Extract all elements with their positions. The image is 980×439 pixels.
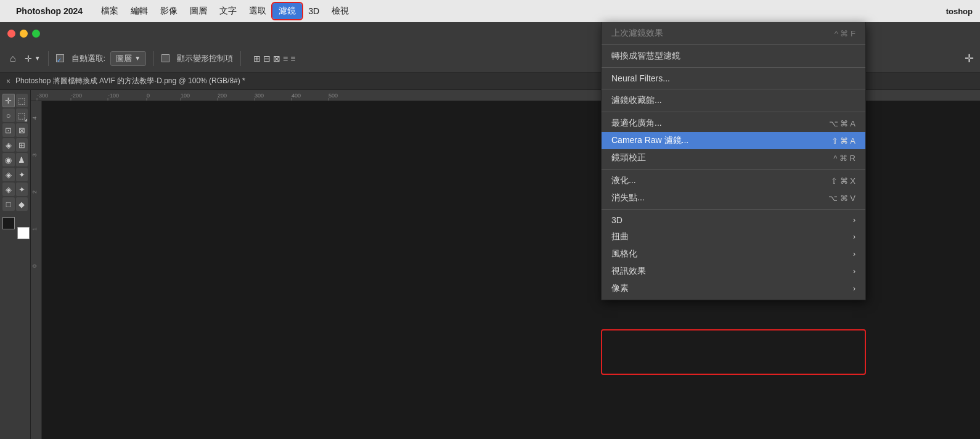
menu-bar: Photoshop 2024 檔案 編輯 影像 圖層 文字 選取 濾鏡 3D 檢… [0, 0, 980, 22]
camera-raw-label: Camera Raw 濾鏡... [611, 135, 688, 146]
separator-3 [240, 51, 241, 66]
home-button[interactable]: ⌂ [6, 51, 20, 67]
dropper2-tool-button[interactable]: ◆ [16, 197, 28, 211]
liquify-item[interactable]: 液化... ⇧ ⌘ X [602, 172, 865, 189]
neural-filters-item[interactable]: Neural Filters... [602, 70, 865, 86]
menu-item-image[interactable]: 影像 [154, 3, 184, 19]
video-submenu-item[interactable]: 視訊效果 › [602, 263, 865, 280]
traffic-light-green[interactable] [32, 30, 40, 38]
layer-dropdown[interactable]: 圖層 ▼ [110, 51, 146, 66]
gradient-tool-button[interactable]: ◈ [2, 183, 15, 196]
svg-text:2: 2 [31, 191, 38, 194]
tool-row-6: ◈ ✦ [2, 168, 28, 181]
menu-item-3d[interactable]: 3D [302, 4, 325, 18]
move-tool-button[interactable]: ✛ [2, 94, 15, 107]
document-tab-title[interactable]: Photoshop 將圖檔轉換成 AVIF 的方法教學-D.png @ 100%… [15, 76, 245, 86]
last-filter-label: 上次濾鏡效果 [611, 28, 663, 39]
3d-label: 3D [611, 215, 623, 225]
traffic-light-red[interactable] [7, 30, 15, 38]
align-middle-icon[interactable]: ≡ [290, 54, 295, 64]
tool-row-8: □ ◆ [2, 197, 28, 211]
svg-rect-19 [31, 101, 42, 439]
clone-stamp-tool-button[interactable]: ♟ [16, 153, 28, 166]
polygonal-lasso-tool-button[interactable]: ⬚ [16, 109, 28, 122]
svg-text:0: 0 [147, 92, 150, 99]
filter-dropdown-menu: 上次濾鏡效果 ^ ⌘ F 轉換成智慧型濾鏡 Neural Filters... … [601, 22, 866, 300]
tab-close-button[interactable]: × [6, 77, 10, 86]
align-top-icon[interactable]: ≡ [283, 54, 288, 64]
menu-item-filter[interactable]: 濾鏡 [272, 3, 302, 19]
eraser-tool-button[interactable]: ◈ [2, 168, 15, 181]
svg-text:400: 400 [292, 92, 301, 99]
blur-tool-button[interactable]: ✦ [16, 183, 28, 196]
crop-tool-button[interactable]: ⊡ [2, 123, 15, 137]
svg-text:500: 500 [329, 92, 338, 99]
vertical-ruler: 4 3 2 1 0 [31, 101, 42, 439]
align-buttons: ⊞ ⊟ ⊠ ≡ ≡ [253, 54, 295, 64]
pixel-label: 像素 [611, 283, 629, 294]
menu-item-type[interactable]: 文字 [213, 3, 243, 19]
filter-sep-3 [602, 89, 865, 89]
adaptive-wide-item[interactable]: 最適化廣角... ⌥ ⌘ A [602, 115, 865, 132]
filter-gallery-item[interactable]: 濾鏡收藏館... [602, 92, 865, 109]
align-center-icon[interactable]: ⊟ [263, 54, 271, 64]
foreground-background-colors [2, 217, 30, 239]
camera-raw-shortcut: ⇧ ⌘ A [831, 136, 855, 146]
camera-raw-item[interactable]: Camera Raw 濾鏡... ⇧ ⌘ A [602, 132, 865, 149]
filter-sep-2 [602, 67, 865, 68]
menu-item-file[interactable]: 檔案 [95, 3, 125, 19]
move-dropdown-arrow[interactable]: ▼ [35, 55, 41, 62]
menu-item-layer[interactable]: 圖層 [184, 3, 213, 19]
tool-row-1: ✛ ⬚ [2, 94, 28, 107]
lens-correction-shortcut: ^ ⌘ R [833, 154, 855, 163]
traffic-light-yellow[interactable] [20, 30, 28, 38]
foreground-color-swatch[interactable] [2, 217, 15, 229]
app-title: Photoshop 2024 [16, 6, 83, 16]
right-move-icon: ✛ [965, 52, 974, 65]
svg-text:-300: -300 [37, 92, 48, 99]
liquify-label: 液化... [611, 175, 636, 186]
smart-filter-label: 轉換成智慧型濾鏡 [611, 51, 680, 62]
eyedropper-tool-button[interactable]: ◈ [2, 138, 15, 152]
align-right-icon[interactable]: ⊠ [273, 54, 280, 64]
vanishing-point-item[interactable]: 消失點... ⌥ ⌘ V [602, 189, 865, 207]
distort-label: 扭曲 [611, 231, 629, 242]
shape-tool-button[interactable]: □ [2, 197, 15, 211]
video-arrow-icon: › [853, 267, 855, 276]
filter-sep-1 [602, 44, 865, 45]
ruler-h-svg: -300 -200 -100 0 100 200 300 400 500 [31, 90, 610, 101]
adaptive-wide-shortcut: ⌥ ⌘ A [829, 119, 855, 128]
move-icon: ✛ [25, 54, 32, 64]
menu-item-select[interactable]: 選取 [243, 3, 272, 19]
lens-correction-item[interactable]: 鏡頭校正 ^ ⌘ R [602, 149, 865, 166]
auto-select-checkbox[interactable] [56, 54, 64, 62]
filter-sep-4 [602, 112, 865, 112]
svg-text:200: 200 [218, 92, 227, 99]
lasso-tool-button[interactable]: ○ [2, 109, 15, 122]
menu-item-view[interactable]: 檢視 [325, 3, 355, 19]
smart-filter-item[interactable]: 轉換成智慧型濾鏡 [602, 47, 865, 65]
tool-row-2: ○ ⬚ [2, 109, 28, 122]
background-color-swatch[interactable] [17, 227, 30, 239]
selection-tool-button[interactable]: ⬚ [16, 94, 28, 107]
healing-tool-button[interactable]: ✦ [16, 168, 28, 181]
distort-submenu-item[interactable]: 扭曲 › [602, 228, 865, 245]
stylize-label: 風格化 [611, 248, 637, 260]
last-filter-item[interactable]: 上次濾鏡效果 ^ ⌘ F [602, 25, 865, 42]
transform-tool-button[interactable]: ⊠ [16, 123, 28, 137]
show-transform-checkbox[interactable] [161, 54, 169, 62]
filter-gallery-label: 濾鏡收藏館... [611, 95, 662, 106]
brush-tool-button[interactable]: ◉ [2, 153, 15, 166]
select2-tool-button[interactable]: ⊞ [16, 138, 28, 152]
filter-sep-5 [602, 169, 865, 170]
svg-text:4: 4 [31, 117, 38, 120]
tool-row-3: ⊡ ⊠ [2, 123, 28, 137]
auto-select-label: 自動選取: [71, 53, 106, 64]
pixel-submenu-item[interactable]: 像素 › [602, 280, 865, 297]
stylize-submenu-item[interactable]: 風格化 › [602, 245, 865, 263]
3d-submenu-item[interactable]: 3D › [602, 212, 865, 228]
tool-row-4: ◈ ⊞ [2, 138, 28, 152]
toolbox-panel: ✛ ⬚ ○ ⬚ ⊡ ⊠ ◈ ⊞ ◉ ♟ ◈ ✦ ◈ [0, 90, 31, 439]
align-left-icon[interactable]: ⊞ [253, 54, 261, 64]
menu-item-edit[interactable]: 編輯 [125, 3, 154, 19]
